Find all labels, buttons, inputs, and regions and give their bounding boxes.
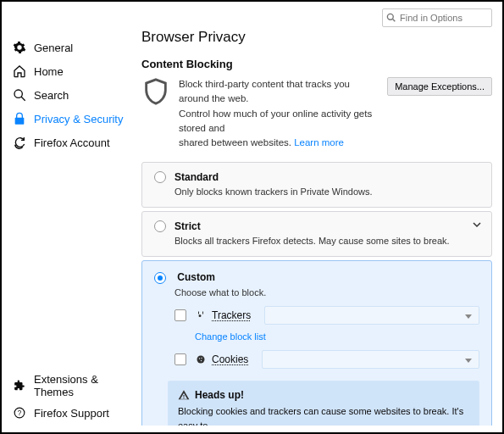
- svg-point-0: [387, 14, 393, 19]
- option-desc: Blocks all trackers Firefox detects. May…: [174, 236, 479, 246]
- sidebar-item-label: Extensions & Themes: [34, 373, 141, 398]
- sidebar-item-privacy[interactable]: Privacy & Security: [8, 107, 136, 131]
- svg-text:?: ?: [18, 409, 22, 417]
- page-title: Browser Privacy: [141, 29, 492, 46]
- search-input[interactable]: [382, 8, 492, 27]
- option-strict[interactable]: Strict Blocks all trackers Firefox detec…: [141, 211, 492, 257]
- sidebar-item-label: Firefox Support: [34, 407, 109, 420]
- content-blocking-intro: Block third-party content that tracks yo…: [141, 77, 492, 150]
- cookies-label: Cookies: [212, 353, 248, 365]
- shield-icon: [141, 77, 170, 106]
- warning-body: Blocking cookies and trackers can cause …: [178, 404, 469, 426]
- warning-icon: [178, 389, 190, 401]
- intro-text: Block third-party content that tracks yo…: [179, 77, 380, 150]
- option-label: Strict: [174, 220, 201, 232]
- option-desc: Only blocks known trackers in Private Wi…: [174, 186, 479, 197]
- sidebar-item-account[interactable]: Firefox Account: [8, 131, 136, 154]
- sidebar: General Home Search Privacy & Security F…: [8, 36, 136, 154]
- option-desc: Choose what to block.: [174, 287, 479, 298]
- home-icon: [12, 64, 27, 79]
- intro-line-2: Control how much of your online activity…: [179, 108, 372, 133]
- intro-line-1: Block third-party content that tracks yo…: [179, 79, 350, 103]
- trackers-row: Trackers: [174, 306, 479, 325]
- svg-point-9: [201, 360, 202, 361]
- sidebar-item-extensions[interactable]: Extensions & Themes: [8, 370, 144, 402]
- gear-icon: [12, 40, 27, 55]
- sidebar-item-search[interactable]: Search: [8, 83, 136, 107]
- section-title: Content Blocking: [141, 58, 492, 70]
- lock-icon: [12, 111, 27, 126]
- sidebar-item-label: Privacy & Security: [34, 113, 123, 125]
- radio-strict[interactable]: [154, 220, 166, 232]
- trackers-dropdown[interactable]: [264, 306, 479, 325]
- option-standard[interactable]: Standard Only blocks known trackers in P…: [141, 162, 492, 208]
- search-icon: [386, 13, 396, 24]
- sidebar-item-label: Firefox Account: [34, 136, 110, 149]
- svg-point-8: [201, 358, 202, 359]
- change-block-list-link[interactable]: Change block list: [195, 331, 479, 342]
- option-label: Standard: [174, 171, 219, 183]
- manage-exceptions-button[interactable]: Manage Exceptions...: [387, 77, 492, 96]
- cookies-row: Cookies: [174, 350, 479, 369]
- option-custom: Custom Choose what to block. Trackers Ch…: [141, 260, 492, 426]
- radio-custom[interactable]: [154, 272, 166, 284]
- checkbox-cookies[interactable]: [174, 353, 186, 365]
- trackers-icon: [195, 309, 207, 321]
- help-icon: ?: [12, 405, 27, 420]
- sidebar-item-label: Home: [34, 65, 64, 78]
- option-label: Custom: [177, 271, 215, 283]
- checkbox-trackers[interactable]: [174, 309, 186, 321]
- intro-line-3: shared between websites.: [179, 137, 291, 147]
- sync-icon: [12, 135, 27, 150]
- puzzle-icon: [12, 378, 27, 393]
- learn-more-link[interactable]: Learn more: [294, 137, 344, 147]
- search-icon: [12, 87, 27, 103]
- warning-title: Heads up!: [195, 389, 244, 401]
- sidebar-item-general[interactable]: General: [8, 36, 136, 59]
- sidebar-item-home[interactable]: Home: [8, 59, 136, 83]
- svg-point-7: [199, 359, 200, 359]
- sidebar-item-support[interactable]: ? Firefox Support: [8, 402, 144, 424]
- svg-line-3: [21, 97, 25, 101]
- search-wrap: [382, 8, 492, 27]
- sidebar-bottom: Extensions & Themes ? Firefox Support: [8, 370, 144, 424]
- sidebar-item-label: Search: [34, 89, 69, 102]
- svg-point-2: [14, 90, 22, 97]
- warning-line-1: Blocking cookies and trackers can cause …: [178, 406, 463, 426]
- svg-line-1: [393, 19, 396, 22]
- cookies-dropdown[interactable]: [262, 350, 479, 369]
- content-area: Browser Privacy Content Blocking Block t…: [141, 29, 492, 426]
- chevron-down-icon[interactable]: [473, 220, 481, 231]
- sidebar-item-label: General: [34, 42, 73, 54]
- radio-standard[interactable]: [154, 171, 166, 183]
- cookie-icon: [195, 353, 207, 365]
- warning-box: Heads up! Blocking cookies and trackers …: [168, 381, 479, 426]
- trackers-label: Trackers: [212, 309, 251, 321]
- svg-point-6: [197, 356, 205, 364]
